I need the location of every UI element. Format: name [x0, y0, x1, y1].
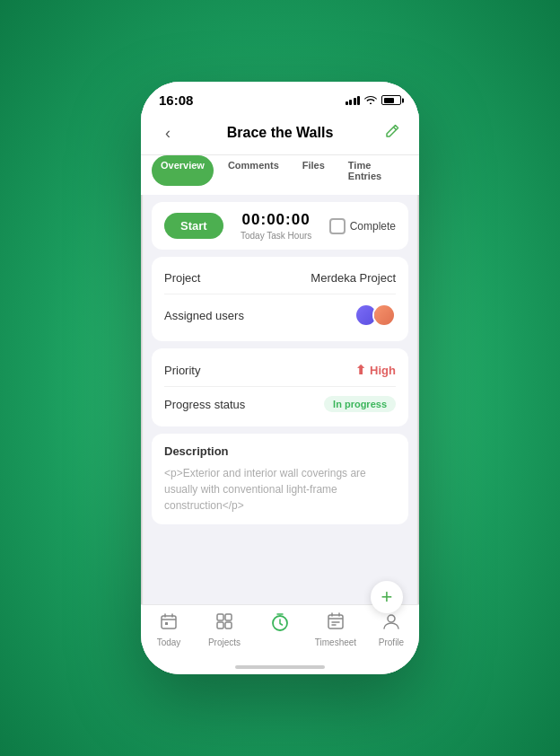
scroll-content: Start 00:00:00 Today Task Hours Complete…: [141, 195, 419, 604]
status-time: 16:08: [159, 92, 193, 108]
nav-projects[interactable]: Projects: [197, 612, 252, 647]
wifi-icon: [364, 94, 377, 107]
profile-icon: [382, 612, 400, 635]
timer-subtitle: Today Task Hours: [241, 231, 311, 241]
progress-row: Progress status In progress: [164, 386, 396, 416]
bottom-nav: Today Projects: [141, 604, 419, 662]
priority-value: High: [370, 364, 396, 377]
profile-label: Profile: [379, 637, 404, 647]
timer-section: Start 00:00:00 Today Task Hours Complete: [152, 202, 408, 250]
projects-icon: [215, 612, 233, 635]
priority-arrow-icon: ⬆: [355, 363, 366, 377]
tab-files[interactable]: Files: [293, 155, 334, 186]
tab-comments[interactable]: Comments: [219, 155, 288, 186]
progress-badge: In progress: [324, 396, 396, 412]
timer-time: 00:00:00: [241, 211, 311, 229]
description-card: Description <p>Exterior and interior wal…: [152, 434, 408, 524]
signal-icon: [346, 96, 361, 105]
back-button[interactable]: ‹: [155, 120, 180, 145]
nav-today[interactable]: Today: [141, 612, 197, 647]
timesheet-label: Timesheet: [315, 637, 356, 647]
status-bar: 16:08: [141, 82, 419, 113]
tab-overview[interactable]: Overview: [152, 155, 214, 186]
priority-value-group: ⬆ High: [355, 363, 396, 377]
complete-section: Complete: [329, 218, 396, 234]
project-info-card: Project Merdeka Project Assigned users: [152, 257, 408, 341]
description-title: Description: [164, 444, 396, 458]
complete-checkbox[interactable]: [329, 218, 346, 234]
edit-icon: [385, 124, 399, 142]
complete-label: Complete: [350, 220, 396, 233]
description-text: <p>Exterior and interior wall coverings …: [164, 465, 396, 514]
priority-card: Priority ⬆ High Progress status In progr…: [152, 348, 408, 426]
timer-icon: [270, 612, 290, 637]
progress-label: Progress status: [164, 398, 245, 411]
fab-button[interactable]: +: [371, 581, 403, 613]
project-value: Merdeka Project: [311, 271, 396, 285]
priority-row: Priority ⬆ High: [164, 359, 396, 381]
svg-rect-2: [217, 614, 223, 620]
status-icons: [346, 94, 402, 107]
phone-shell: 16:08 ‹ Brace the Walls: [141, 82, 419, 674]
timer-display: 00:00:00 Today Task Hours: [241, 211, 311, 241]
nav-timesheet[interactable]: Timesheet: [308, 612, 363, 647]
today-label: Today: [157, 637, 181, 647]
avatars-group: [354, 303, 396, 327]
priority-label: Priority: [164, 364, 200, 377]
page-title: Brace the Walls: [227, 125, 334, 141]
nav-profile[interactable]: Profile: [363, 612, 419, 647]
project-label: Project: [164, 271, 200, 285]
assigned-label: Assigned users: [164, 309, 244, 322]
battery-icon: [381, 95, 401, 105]
home-bar: [235, 665, 325, 669]
tab-bar: Overview Comments Files Time Entries: [141, 155, 419, 195]
svg-rect-0: [162, 616, 176, 629]
avatar-2: [372, 303, 396, 327]
svg-rect-1: [165, 622, 168, 625]
timesheet-icon: [327, 612, 345, 635]
tab-time-entries[interactable]: Time Entries: [339, 155, 408, 186]
svg-point-8: [388, 615, 395, 622]
edit-button[interactable]: [380, 120, 405, 145]
projects-label: Projects: [208, 637, 241, 647]
project-row: Project Merdeka Project: [164, 268, 396, 288]
svg-rect-4: [217, 622, 223, 629]
svg-rect-5: [225, 622, 232, 629]
home-indicator: [141, 662, 419, 674]
avatar-2-img: [374, 305, 394, 325]
header: ‹ Brace the Walls: [141, 113, 419, 155]
svg-rect-3: [225, 614, 232, 620]
today-icon: [160, 612, 178, 635]
back-arrow-icon: ‹: [165, 124, 171, 143]
start-timer-button[interactable]: Start: [164, 213, 223, 239]
nav-timer[interactable]: [252, 612, 308, 647]
assigned-row: Assigned users: [164, 294, 396, 330]
